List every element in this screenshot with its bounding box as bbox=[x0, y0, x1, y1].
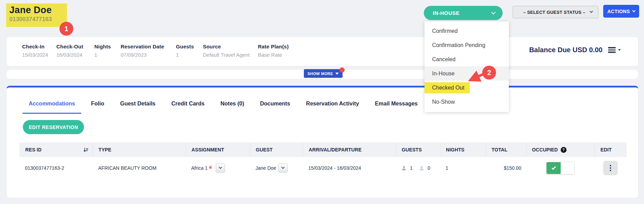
col-label: ARRIVAL/DEPARTURE bbox=[309, 147, 362, 152]
menu-item-confirmed[interactable]: Confirmed bbox=[424, 24, 509, 38]
guest-name-highlight: Jane Doe 0130037477163 bbox=[6, 3, 67, 27]
tab-notes[interactable]: Notes (0) bbox=[214, 96, 250, 114]
balance-due-text: Balance Due USD 0.00 bbox=[529, 46, 603, 54]
col-occupied: OCCUPIED ? bbox=[526, 142, 595, 157]
cell-res-id: 0130037477163-2 bbox=[19, 157, 93, 179]
menu-item-confirmation-pending[interactable]: Confirmation Pending bbox=[424, 38, 509, 52]
toggle-on-half bbox=[547, 162, 561, 174]
reservation-status-label: IN-HOUSE bbox=[433, 10, 459, 16]
summary-field-guests: Guests 1 bbox=[176, 44, 194, 58]
field-label: Check-In bbox=[22, 44, 48, 49]
tab-documents[interactable]: Documents bbox=[254, 96, 296, 114]
checked-out-highlight: Checked Out bbox=[424, 82, 470, 93]
show-more-button[interactable]: SHOW MORE bbox=[304, 69, 343, 78]
field-value: 1 bbox=[94, 52, 111, 58]
guest-value: Jane Doe bbox=[255, 165, 276, 171]
summary-field-reservation-date: Reservation Date 07/09/2023 bbox=[121, 44, 164, 58]
row-kebab-menu-button[interactable] bbox=[603, 161, 618, 175]
caret-down-icon bbox=[618, 49, 621, 51]
chevron-down-icon bbox=[491, 10, 496, 15]
col-label: OCCUPIED bbox=[532, 147, 558, 152]
cell-guest: Jane Doe bbox=[250, 157, 303, 179]
hamburger-icon bbox=[608, 47, 616, 53]
actions-button-label: ACTIONS bbox=[607, 9, 630, 14]
balance-menu-button[interactable] bbox=[608, 47, 621, 53]
cell-nights: 1 bbox=[440, 157, 486, 179]
reservation-page: Jane Doe 0130037477163 1 IN-HOUSE – SELE… bbox=[0, 0, 644, 204]
guest-select-button[interactable] bbox=[278, 164, 288, 173]
tab-email-messages[interactable]: Email Messages bbox=[369, 96, 424, 114]
summary-field-source: Source Default Travel Agent bbox=[203, 44, 250, 58]
col-edit: EDIT bbox=[595, 142, 626, 157]
col-res-id: RES ID bbox=[19, 142, 93, 157]
guest-status-select-value: – SELECT GUEST STATUS – bbox=[519, 10, 590, 15]
triangle-down-icon bbox=[335, 73, 339, 75]
cell-assignment: Africa 1 ✱ bbox=[186, 157, 250, 179]
occupied-toggle[interactable] bbox=[546, 162, 575, 174]
children-count: 0 bbox=[428, 165, 430, 171]
field-value: 16/03/2024 bbox=[56, 52, 83, 58]
col-label: GUEST bbox=[256, 147, 273, 152]
col-label: TYPE bbox=[99, 147, 111, 152]
col-label: GUESTS bbox=[402, 147, 422, 152]
menu-item-canceled[interactable]: Canceled bbox=[424, 52, 509, 66]
table-row: 0130037477163-2 AFRICAN BEAUTY ROOM Afri… bbox=[19, 157, 626, 179]
col-label: EDIT bbox=[600, 147, 612, 152]
show-more-label: SHOW MORE bbox=[308, 72, 333, 76]
field-value: 1 bbox=[176, 52, 194, 58]
field-label: Reservation Date bbox=[121, 44, 164, 49]
col-assignment: ASSIGNMENT bbox=[186, 142, 250, 157]
cell-guests: 1 0 bbox=[396, 157, 440, 179]
table-header: RES ID TYPE ASSIGNMENT GUEST ARRIVAL/DEP… bbox=[19, 142, 626, 157]
col-total: TOTAL bbox=[486, 142, 526, 157]
field-value: 15/03/2024 bbox=[22, 52, 48, 58]
accommodations-table: RES ID TYPE ASSIGNMENT GUEST ARRIVAL/DEP… bbox=[19, 142, 626, 179]
col-nights: NIGHTS bbox=[440, 142, 486, 157]
tab-reservation-activity[interactable]: Reservation Activity bbox=[300, 96, 365, 114]
notification-dot bbox=[339, 67, 345, 73]
col-guest: GUEST bbox=[250, 142, 303, 157]
col-type: TYPE bbox=[93, 142, 186, 157]
tab-credit-cards[interactable]: Credit Cards bbox=[165, 96, 211, 114]
col-guests: GUESTS bbox=[396, 142, 440, 157]
edit-reservation-button[interactable]: EDIT RESERVATION bbox=[23, 120, 84, 134]
field-label: Source bbox=[203, 44, 250, 49]
summary-field-check-in: Check-In 15/03/2024 bbox=[22, 44, 48, 58]
field-value: Default Travel Agent bbox=[203, 52, 250, 58]
cell-type: AFRICAN BEAUTY ROOM bbox=[93, 157, 186, 179]
field-value: 07/09/2023 bbox=[121, 52, 164, 58]
assignment-value: Africa 1 bbox=[191, 165, 207, 171]
col-label: TOTAL bbox=[492, 147, 507, 152]
check-icon bbox=[551, 165, 556, 170]
tab-folio[interactable]: Folio bbox=[85, 96, 110, 114]
tab-guest-details[interactable]: Guest Details bbox=[114, 96, 161, 114]
summary-field-nights: Nights 1 bbox=[94, 44, 111, 58]
assignment-select-button[interactable] bbox=[216, 164, 225, 173]
tab-bar: Accommodations Folio Guest Details Credi… bbox=[22, 96, 424, 114]
annotation-step-2-badge: 2 bbox=[482, 66, 496, 80]
guest-reservation-id: 0130037477163 bbox=[9, 16, 67, 23]
cell-total: $150.00 bbox=[486, 157, 526, 179]
reservation-status-dropdown-button[interactable]: IN-HOUSE bbox=[424, 6, 503, 20]
reservation-detail-card: Accommodations Folio Guest Details Credi… bbox=[6, 86, 638, 198]
summary-field-check-out: Check-Out 16/03/2024 bbox=[56, 44, 83, 58]
required-asterisk-icon: ✱ bbox=[208, 165, 212, 170]
field-value: Base Rate bbox=[258, 52, 289, 58]
cell-edit bbox=[595, 157, 626, 179]
field-label: Guests bbox=[176, 44, 194, 49]
reservation-summary-card: Check-In 15/03/2024 Check-Out 16/03/2024… bbox=[6, 37, 638, 66]
menu-item-no-show[interactable]: No-Show bbox=[424, 95, 509, 109]
col-label: ASSIGNMENT bbox=[192, 147, 224, 152]
guest-status-select[interactable]: – SELECT GUEST STATUS – bbox=[513, 6, 598, 18]
adults-count: 1 bbox=[410, 165, 413, 171]
chevron-down-icon bbox=[281, 166, 284, 169]
actions-button[interactable]: ACTIONS bbox=[603, 5, 639, 18]
tab-accommodations[interactable]: Accommodations bbox=[22, 96, 81, 114]
cell-arrival-departure: 15/03/2024 - 16/03/2024 bbox=[303, 157, 396, 179]
annotation-step-1-badge: 1 bbox=[59, 22, 73, 36]
col-label: NIGHTS bbox=[446, 147, 465, 152]
sort-icon[interactable] bbox=[83, 147, 88, 152]
guest-name: Jane Doe bbox=[9, 5, 67, 16]
summary-field-rate-plans: Rate Plan(s) Base Rate bbox=[258, 44, 289, 58]
help-icon[interactable]: ? bbox=[561, 147, 567, 153]
